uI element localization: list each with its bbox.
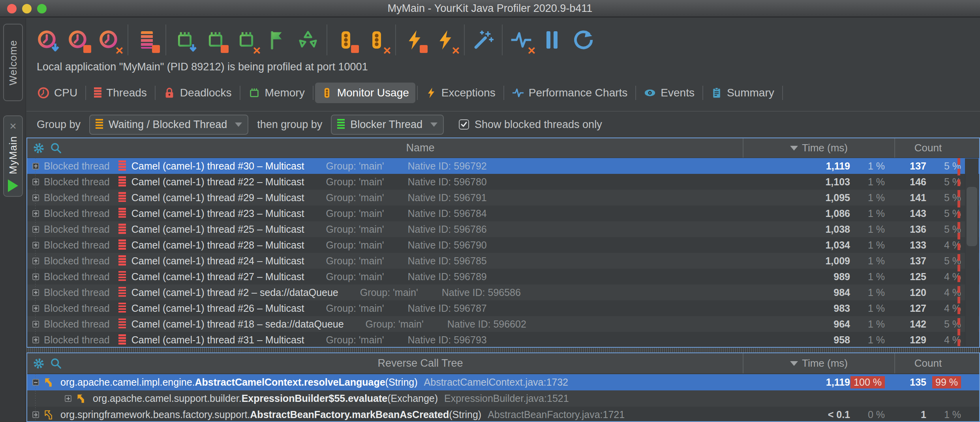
gear-icon[interactable] [33,142,45,154]
thread-kind-label: Blocked thread [44,303,110,314]
call-tree-row[interactable]: org.apache.camel.impl.engine.AbstractCam… [27,374,979,390]
monitor-table-row[interactable]: Blocked thread Camel (camel-1) thread #1… [27,316,979,332]
monitor-table-row[interactable]: Blocked thread Camel (camel-1) thread #2… [27,190,979,205]
clock-stop-icon[interactable] [67,28,90,51]
sort-desc-icon [790,146,798,151]
monitor-table-row[interactable]: Blocked thread Camel (camel-1) thread #2… [27,269,979,284]
count-percent: 4 % [926,303,961,314]
exceptions-stop-icon[interactable] [403,28,426,51]
expand-icon[interactable] [32,163,39,170]
pause-icon[interactable] [541,28,563,51]
search-icon[interactable] [50,142,62,154]
sidebar-tab-mymain[interactable]: × MyMain [3,115,23,197]
scrollbar-thumb[interactable] [967,187,977,246]
wand-icon[interactable] [472,28,495,51]
clock-clear-icon[interactable]: × [98,28,120,51]
memory-clear-icon[interactable]: × [235,28,258,51]
thread-group: Group: 'main' [360,287,418,298]
tab-events[interactable]: Events [638,83,701,103]
memory-stop-icon[interactable] [204,28,227,51]
threads-icon [337,119,345,130]
monitors-stop-icon[interactable] [334,28,357,51]
tab-monitor-usage[interactable]: Monitor Usage [315,83,415,103]
expand-icon[interactable] [32,194,39,201]
expand-icon[interactable] [32,411,39,418]
expand-icon[interactable] [32,321,39,328]
threads-stop-icon[interactable] [135,28,158,51]
monitor-table-row[interactable]: Blocked thread Camel (camel-1) thread #2… [27,205,979,221]
monitor-table-row[interactable]: Blocked thread Camel (camel-1) thread #3… [27,332,979,347]
time-column-header[interactable]: Time (ms) [743,138,894,158]
expand-icon[interactable] [32,337,39,343]
time-percent: 1 % [850,334,885,346]
count-percent: 5 % [926,318,961,330]
count-percent: 99 % [926,376,961,388]
close-window-button[interactable] [7,4,17,13]
search-icon[interactable] [50,358,62,369]
call-tree-rows: org.apache.camel.impl.engine.AbstractCam… [27,374,979,421]
thread-kind-label: Blocked thread [44,318,110,330]
thread-name: Camel (camel-1) thread #2 – seda://dataQ… [131,287,338,298]
time-column-header[interactable]: Time (ms) [743,353,894,373]
expand-icon[interactable] [65,395,71,402]
tab-summary[interactable]: Summary [705,83,781,103]
call-tree-row[interactable]: org.apache.camel.support.builder.Express… [27,390,979,407]
exceptions-clear-icon[interactable]: × [434,28,457,51]
expand-icon[interactable] [32,379,39,386]
tab-cpu[interactable]: CPU [31,83,84,103]
minimize-window-button[interactable] [22,4,32,13]
gear-icon[interactable] [33,358,45,369]
clock-icon [38,87,49,99]
blocked-thread-icon [118,287,126,298]
blocked-thread-icon [118,271,126,282]
method-name: AbstractBeanFactory.markBeanAsCreated [250,409,449,420]
thread-native-id: Native ID: 596785 [408,255,487,267]
gc-icon[interactable] [297,28,319,51]
sidebar-tab-welcome[interactable]: Welcome [3,24,23,101]
monitors-clear-icon[interactable]: × [365,28,388,51]
tab-memory[interactable]: Memory [242,83,311,103]
telemetry-clear-icon[interactable]: × [510,28,533,51]
expand-icon[interactable] [32,242,39,249]
refresh-icon[interactable] [571,28,594,51]
time-percent: 0 % [850,409,885,420]
thread-name: Camel (camel-1) thread #18 – seda://data… [131,318,344,330]
monitor-table-row[interactable]: Blocked thread Camel (camel-1) thread #2… [27,237,979,253]
expand-icon[interactable] [32,258,39,264]
count-column-header[interactable]: Count [894,353,961,373]
then-group-by-select[interactable]: Blocker Thread [331,115,444,135]
memory-start-icon[interactable] [173,28,196,51]
count-column-header[interactable]: Count [894,138,961,158]
vertical-scrollbar[interactable] [965,158,978,346]
tab-exceptions[interactable]: Exceptions [419,83,502,103]
time-value: 964 [787,318,850,330]
group-by-select[interactable]: Waiting / Blocked Thread [89,115,248,135]
expand-icon[interactable] [32,273,39,280]
monitor-table-row[interactable]: Blocked thread Camel (camel-1) thread #2… [27,174,979,190]
zoom-window-button[interactable] [37,4,47,13]
expand-icon[interactable] [32,179,39,185]
count-percent: 5 % [926,192,961,203]
show-blocked-threads-checkbox[interactable] [459,119,469,130]
tab-threads[interactable]: Threads [88,83,153,103]
time-value: 984 [787,287,850,298]
monitor-table-row[interactable]: Blocked thread Camel (camel-1) thread #2… [27,253,979,269]
monitor-table-row[interactable]: Blocked thread Camel (camel-1) thread #2… [27,284,979,300]
time-value: 1,034 [787,239,850,251]
thread-group: Group: 'main' [326,208,384,219]
tab-deadlocks[interactable]: Deadlocks [157,83,238,103]
panel-splitter[interactable] [26,348,980,352]
monitor-table-row[interactable]: Blocked thread Camel (camel-1) thread #3… [27,158,979,174]
clock-start-icon[interactable] [36,28,59,51]
monitor-table-row[interactable]: Blocked thread Camel (camel-1) thread #2… [27,221,979,237]
expand-icon[interactable] [32,210,39,217]
expand-icon[interactable] [32,305,39,312]
tab-performance-charts[interactable]: Performance Charts [506,83,634,103]
expand-icon[interactable] [32,289,39,296]
call-tree-row[interactable]: org.springframework.beans.factory.suppor… [27,407,979,421]
monitor-table-row[interactable]: Blocked thread Camel (camel-1) thread #2… [27,300,979,316]
flag-icon[interactable] [266,28,289,51]
thread-kind-label: Blocked thread [44,334,110,346]
close-icon[interactable]: × [9,120,17,132]
expand-icon[interactable] [32,226,39,233]
